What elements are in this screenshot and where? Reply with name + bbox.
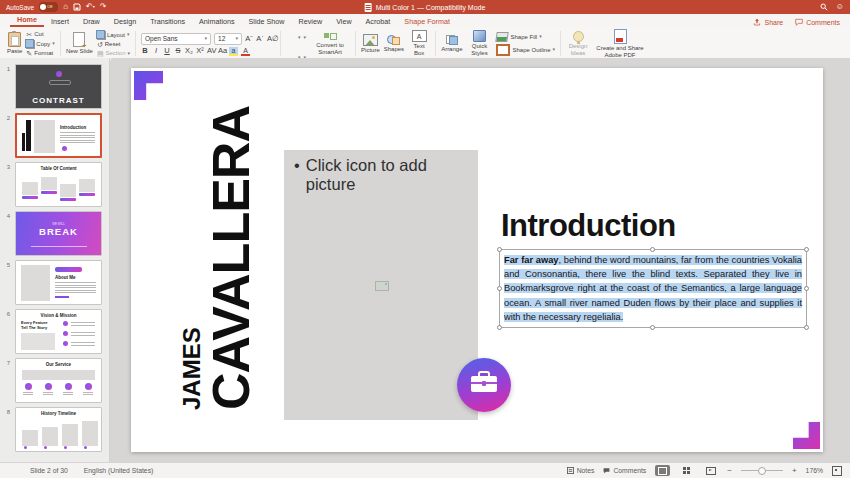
increase-font-button[interactable]: Aˉ (245, 35, 253, 43)
convert-smartart-button[interactable]: Convert to SmartArt (310, 31, 350, 56)
zoom-slider-knob[interactable] (758, 467, 766, 475)
slide-editing-area[interactable]: CAVALLERA JAMES • Click icon to add pict… (131, 68, 823, 452)
slide-thumbnail-8[interactable]: History Timeline (15, 407, 102, 452)
tab-design[interactable]: Design (107, 16, 143, 27)
slide-name-vertical-text[interactable]: CAVALLERA (203, 92, 259, 410)
chevron-down-icon: ▾ (236, 36, 239, 41)
picture-button[interactable]: Picture (361, 34, 380, 54)
resize-handle[interactable] (650, 247, 655, 252)
new-slide-icon (73, 32, 85, 47)
slideshow-view-button[interactable] (703, 465, 718, 476)
quick-styles-button[interactable]: Quick Styles (466, 30, 492, 57)
autosave-toggle[interactable]: Off (39, 2, 58, 12)
resize-handle[interactable] (497, 247, 502, 252)
tab-slide-show[interactable]: Slide Show (242, 16, 292, 27)
slide-number: 6 (2, 309, 15, 354)
normal-view-button[interactable] (655, 465, 670, 476)
share-button[interactable]: Share (753, 18, 783, 26)
thumbnail-row-3: 3 Table Of Content (2, 162, 103, 207)
font-name-select[interactable]: Open Sans▾ (141, 33, 211, 45)
zoom-level[interactable]: 176% (806, 467, 823, 474)
underline-button[interactable]: U (163, 47, 171, 55)
design-ideas-button[interactable]: Design Ideas (566, 31, 590, 57)
italic-button[interactable]: I (152, 47, 160, 55)
tab-draw[interactable]: Draw (76, 16, 107, 27)
adobe-pdf-button[interactable]: Create and Share Adobe PDF (594, 29, 646, 59)
change-case-button[interactable]: Aa (218, 47, 226, 55)
text-box-button[interactable]: A Text Box (408, 30, 430, 57)
tab-animations[interactable]: Animations (192, 16, 242, 27)
resize-handle[interactable] (804, 286, 809, 291)
redo-button[interactable]: ↷ (100, 3, 107, 11)
resize-handle[interactable] (804, 247, 809, 252)
search-icon[interactable] (820, 3, 828, 11)
font-size-select[interactable]: 12▾ (214, 33, 242, 45)
copy-button[interactable]: Copy▾ (26, 40, 55, 48)
subscript-button[interactable]: X₂ (185, 47, 193, 55)
tab-shape-format[interactable]: Shape Format (397, 16, 457, 27)
notes-button[interactable]: Notes (567, 467, 595, 474)
zoom-in-button[interactable]: + (792, 467, 797, 475)
clear-formatting-button[interactable]: A∅ (267, 35, 275, 43)
section-button[interactable]: ▤Section▾ (97, 50, 130, 57)
superscript-button[interactable]: X² (196, 47, 204, 55)
bold-button[interactable]: B (141, 47, 149, 55)
reset-button[interactable]: ↺Reset (97, 41, 130, 48)
tab-home[interactable]: Home (10, 14, 44, 27)
zoom-out-button[interactable]: − (727, 467, 732, 475)
icon-circle (56, 71, 62, 77)
comments-button[interactable]: Comments (795, 18, 840, 26)
play-view-icon (706, 467, 716, 475)
briefcase-shape[interactable] (457, 358, 511, 412)
picture-placeholder[interactable]: • Click icon to add picture (284, 150, 478, 420)
tab-transitions[interactable]: Transitions (143, 16, 192, 27)
slide-thumbnail-2-selected[interactable]: Introduction (15, 113, 102, 158)
home-icon[interactable]: ⌂ (63, 3, 68, 11)
cut-button[interactable]: ✂Cut (26, 31, 55, 38)
layout-button[interactable]: Layout▾ (97, 31, 130, 39)
new-slide-button[interactable]: New Slide (66, 32, 93, 55)
decrease-font-button[interactable]: Aˊ (256, 35, 264, 43)
font-color-button[interactable]: A (241, 47, 250, 54)
strikethrough-button[interactable]: S (174, 47, 182, 55)
text-highlight-button[interactable]: a (229, 47, 238, 54)
format-painter-button[interactable]: ✎Format (26, 50, 55, 57)
resize-handle[interactable] (497, 286, 502, 291)
resize-handle[interactable] (650, 325, 655, 330)
undo-button[interactable]: ↶▾ (86, 3, 95, 11)
character-spacing-button[interactable]: AV (207, 47, 215, 55)
tab-acrobat[interactable]: Acrobat (359, 16, 398, 27)
insert-picture-icon[interactable] (375, 281, 389, 291)
fit-slide-to-window-icon[interactable] (832, 466, 842, 476)
thumbnail-row-5: 5 About Me (2, 260, 103, 305)
slide-thumbnail-7[interactable]: Our Service (15, 358, 102, 403)
shape-outline-button[interactable]: Shape Outline▾ (496, 44, 555, 56)
body-paragraph[interactable]: Far far away, behind the word mountains,… (504, 253, 802, 324)
slide-thumbnail-3[interactable]: Table Of Content (15, 162, 102, 207)
body-text-box-selected[interactable]: Far far away, behind the word mountains,… (499, 249, 807, 328)
line-spacing-button[interactable]: ▾ (298, 25, 301, 43)
tab-view[interactable]: View (329, 16, 358, 27)
slide-firstname-vertical-text[interactable]: JAMES (179, 324, 205, 410)
comments-panel-button[interactable]: Comments (603, 467, 646, 474)
slide-sorter-view-button[interactable] (679, 465, 694, 476)
shape-fill-button[interactable]: Shape Fill▾ (496, 32, 555, 42)
tab-insert[interactable]: Insert (44, 16, 76, 27)
slide-thumbnail-4[interactable]: WE WILL BREAK (15, 211, 102, 256)
normal-view-icon (658, 467, 667, 475)
slide-thumbnail-6[interactable]: Vision & Mission Every Feature Tell The … (15, 309, 102, 354)
slide-thumbnail-1[interactable]: CONTRAST (15, 64, 102, 109)
text-direction-button[interactable]: ▾ (304, 25, 307, 43)
shapes-button[interactable]: Shapes (384, 35, 404, 53)
slide-canvas[interactable]: CAVALLERA JAMES • Click icon to add pict… (111, 58, 850, 462)
paste-button[interactable]: Paste (7, 32, 22, 55)
resize-handle[interactable] (804, 325, 809, 330)
arrange-button[interactable]: Arrange (441, 35, 462, 53)
resize-handle[interactable] (497, 325, 502, 330)
feedback-smiley-icon[interactable]: ☺ (836, 3, 844, 11)
save-icon[interactable] (73, 3, 81, 11)
language-button[interactable]: English (United States) (84, 467, 154, 474)
slide-thumbnail-5[interactable]: About Me (15, 260, 102, 305)
zoom-slider[interactable] (741, 470, 783, 471)
slide-heading[interactable]: Introduction (501, 208, 676, 244)
